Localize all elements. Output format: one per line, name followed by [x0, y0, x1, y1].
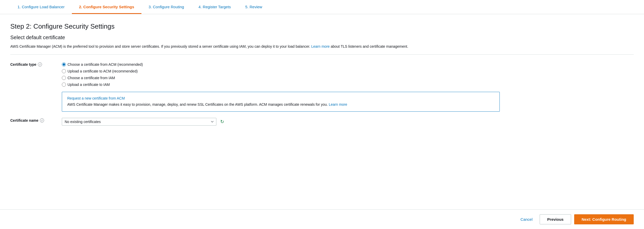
wizard-step-3[interactable]: 3. Configure Routing — [141, 0, 191, 14]
radio-option-1[interactable]: Choose a certificate from ACM (recommend… — [62, 62, 143, 67]
learn-more-link-2[interactable]: Learn more — [329, 102, 347, 107]
certificate-type-label: Certificate type i — [10, 62, 62, 67]
wizard-step-5[interactable]: 5. Review — [238, 0, 269, 14]
main-content: Step 2: Configure Security Settings Sele… — [0, 14, 644, 157]
certificate-type-row: Certificate type i Choose a certificate … — [10, 62, 634, 87]
description-text: AWS Certificate Manager (ACM) is the pre… — [10, 44, 526, 49]
certificate-name-row: Certificate name i No existing certifica… — [10, 118, 634, 126]
radio-acm-choose[interactable] — [62, 62, 66, 67]
radio-iam-upload[interactable] — [62, 83, 66, 87]
section-title: Select default certificate — [10, 35, 634, 40]
certificate-name-info-icon[interactable]: i — [40, 118, 44, 122]
radio-iam-choose[interactable] — [62, 76, 66, 80]
radio-option-4[interactable]: Upload a certificate to IAM — [62, 83, 143, 87]
footer-bar: Cancel Previous Next: Configure Routing — [0, 209, 644, 229]
radio-option-2[interactable]: Upload a certificate to ACM (recommended… — [62, 69, 143, 73]
acm-info-desc: AWS Certificate Manager makes it easy to… — [67, 102, 494, 107]
cancel-button[interactable]: Cancel — [516, 215, 537, 224]
section-divider — [10, 54, 634, 55]
page-title: Step 2: Configure Security Settings — [10, 22, 634, 30]
wizard-nav: 1. Configure Load Balancer 2. Configure … — [0, 0, 644, 14]
wizard-step-4[interactable]: 4. Register Targets — [191, 0, 238, 14]
certificate-name-label: Certificate name i — [10, 118, 62, 122]
radio-acm-upload[interactable] — [62, 69, 66, 73]
certificate-type-radio-group: Choose a certificate from ACM (recommend… — [62, 62, 143, 87]
learn-more-link-1[interactable]: Learn more — [311, 44, 330, 48]
certificate-type-info-icon[interactable]: i — [38, 62, 42, 67]
previous-button[interactable]: Previous — [540, 214, 571, 224]
acm-info-box: Request a new certificate from ACM AWS C… — [62, 92, 500, 112]
certificate-name-select-wrapper: No existing certificates ↻ — [62, 118, 225, 126]
refresh-icon[interactable]: ↻ — [219, 119, 225, 125]
next-button[interactable]: Next: Configure Routing — [574, 214, 634, 224]
certificate-name-select[interactable]: No existing certificates — [62, 118, 216, 126]
acm-request-link[interactable]: Request a new certificate from ACM — [67, 96, 494, 100]
wizard-step-2[interactable]: 2. Configure Security Settings — [72, 0, 141, 14]
wizard-step-1[interactable]: 1. Configure Load Balancer — [10, 0, 72, 14]
radio-option-3[interactable]: Choose a certificate from IAM — [62, 76, 143, 80]
